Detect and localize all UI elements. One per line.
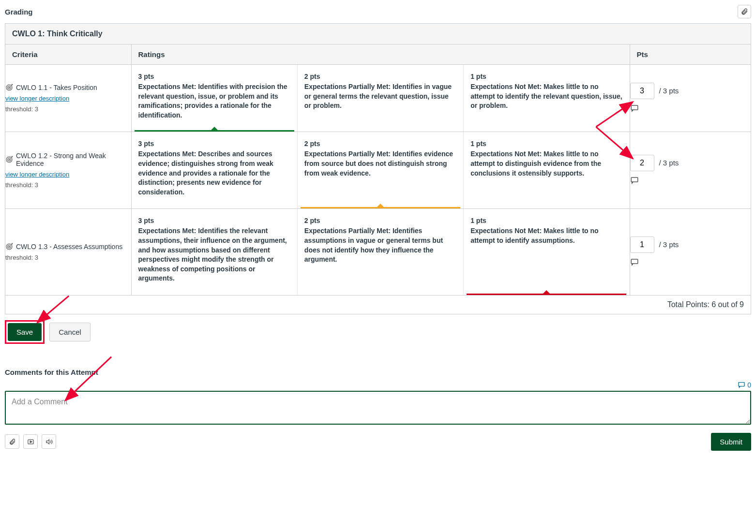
criterion-name: CWLO 1.3 - Assesses Assumptions [16,243,122,251]
outcome-icon [5,243,13,251]
outcome-icon [5,156,13,163]
threshold-text: threshold: 3 [5,254,38,261]
points-max: / 3 pts [659,240,679,249]
rating-cell[interactable]: 2 ptsExpectations Partially Met: Identif… [298,209,464,295]
points-max: / 3 pts [659,87,679,95]
svg-point-7 [9,159,10,160]
rating-points: 1 pts [470,73,622,80]
view-longer-link[interactable]: view longer description [5,95,69,102]
paperclip-icon [9,438,16,445]
rating-description: Expectations Not Met: Makes little to no… [470,226,622,245]
rating-description: Expectations Met: Identifies the relevan… [138,226,290,283]
svg-rect-15 [739,383,744,386]
comments-title: Comments for this Attempt [5,368,751,376]
rubric-row: CWLO 1.1 - Takes Positionview longer des… [5,65,751,132]
paperclip-icon [741,8,748,15]
rating-cell[interactable]: 1 ptsExpectations Not Met: Makes little … [464,132,629,208]
grading-title: Grading [5,8,33,16]
rating-cell[interactable]: 1 ptsExpectations Not Met: Makes little … [464,65,629,132]
rating-description: Expectations Met: Describes and sources … [138,149,290,197]
header-pts: Pts [630,44,751,65]
comment-icon [630,258,639,266]
svg-marker-18 [46,440,49,444]
rating-cell[interactable]: 2 ptsExpectations Partially Met: Identif… [298,132,464,208]
rating-description: Expectations Partially Met: Identifies a… [304,226,456,264]
criterion-comment-button[interactable] [630,104,639,114]
criterion-name: CWLO 1.1 - Takes Position [16,84,97,91]
rating-points: 3 pts [138,217,290,224]
rating-description: Expectations Met: Identifies with precis… [138,82,290,120]
rubric-title: CWLO 1: Think Critically [5,24,751,44]
svg-rect-4 [631,105,638,110]
speaker-icon [45,438,53,445]
criterion-name: CWLO 1.2 - Strong and Weak Evidence [16,152,131,167]
svg-point-12 [9,246,10,247]
attach-file-button[interactable] [5,434,19,449]
save-button[interactable]: Save [8,323,42,341]
comments-count: 0 [747,381,751,389]
rating-points: 2 pts [304,73,456,80]
rating-cell[interactable]: 3 ptsExpectations Met: Identifies the re… [132,209,298,295]
threshold-text: threshold: 3 [5,105,38,113]
rubric-container: CWLO 1: Think Critically Criteria Rating… [5,23,751,314]
comment-icon [630,176,639,185]
threshold-text: threshold: 3 [5,181,38,189]
rating-cell[interactable]: 3 ptsExpectations Met: Identifies with p… [132,65,298,132]
rating-description: Expectations Partially Met: Identifies i… [304,82,456,111]
header-ratings: Ratings [131,44,630,65]
points-input[interactable] [630,83,654,99]
criterion-comment-button[interactable] [630,258,639,268]
points-max: / 3 pts [659,159,679,167]
submit-button[interactable]: Submit [711,433,751,451]
attachment-button[interactable] [738,5,751,18]
speech-button[interactable] [42,434,56,449]
total-points: Total Points: 6 out of 9 [5,295,751,314]
points-input[interactable] [630,236,654,253]
svg-point-2 [9,87,10,88]
rating-description: Expectations Not Met: Makes little to no… [470,149,622,178]
discussion-icon [738,381,745,389]
header-criteria: Criteria [5,44,131,65]
play-icon [27,438,34,445]
rating-points: 3 pts [138,73,290,80]
rating-points: 1 pts [470,217,622,224]
rubric-row: CWLO 1.3 - Assesses Assumptionsthreshold… [5,209,751,295]
svg-rect-9 [631,177,638,182]
svg-marker-17 [30,441,32,443]
cancel-button[interactable]: Cancel [49,323,91,341]
rating-points: 3 pts [138,140,290,148]
comment-textarea[interactable] [5,391,751,425]
points-input[interactable] [630,155,654,171]
media-record-button[interactable] [23,434,38,449]
rating-cell[interactable]: 3 ptsExpectations Met: Describes and sou… [132,132,298,208]
criterion-comment-button[interactable] [630,176,639,186]
rating-points: 1 pts [470,140,622,148]
rating-points: 2 pts [304,217,456,224]
rating-points: 2 pts [304,140,456,148]
view-longer-link[interactable]: view longer description [5,171,69,178]
rating-cell[interactable]: 2 ptsExpectations Partially Met: Identif… [298,65,464,132]
rubric-row: CWLO 1.2 - Strong and Weak Evidenceview … [5,132,751,209]
rating-description: Expectations Not Met: Makes little to no… [470,82,622,111]
rubric-table: Criteria Ratings Pts CWLO 1.1 - Takes Po… [5,44,751,295]
svg-rect-14 [631,259,638,264]
rating-description: Expectations Partially Met: Identifies e… [304,149,456,178]
comment-icon [630,104,639,113]
rating-cell[interactable]: 1 ptsExpectations Not Met: Makes little … [464,209,629,295]
outcome-icon [5,84,13,91]
